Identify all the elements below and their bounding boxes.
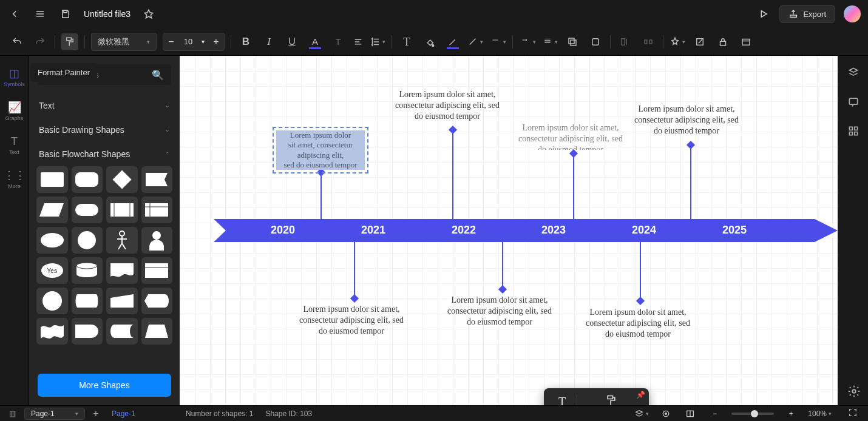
page-tab[interactable]: Page-1 <box>107 409 140 418</box>
zoom-value[interactable]: 100% ▾ <box>808 409 832 418</box>
shape-delay[interactable] <box>72 318 103 345</box>
category-text[interactable]: Text ⌄ <box>29 93 180 118</box>
shape-trapezoid[interactable] <box>141 318 173 345</box>
edit-button[interactable] <box>691 33 708 50</box>
effects-button[interactable]: ▾ <box>670 36 685 47</box>
pages-list-icon[interactable]: ▥ <box>5 406 19 421</box>
shape-rounded-rect[interactable] <box>72 166 103 193</box>
svg-point-51 <box>665 413 667 414</box>
line-color-button[interactable] <box>444 33 461 50</box>
category-basic-drawing[interactable]: Basic Drawing Shapes ⌄ <box>29 118 180 142</box>
shape-tape[interactable] <box>36 318 68 345</box>
lock-button[interactable] <box>714 33 731 50</box>
increase-font-button[interactable]: + <box>208 33 224 50</box>
layers-dropdown[interactable]: ▾ <box>634 409 649 419</box>
style-panel-icon[interactable] <box>846 66 861 80</box>
line-weight-button[interactable]: ▾ <box>542 38 558 46</box>
fill-color-button[interactable] <box>421 33 438 50</box>
bold-button[interactable]: B <box>237 33 254 50</box>
float-format-painter-button[interactable]: Format Painter ⤢ <box>577 392 645 405</box>
shape-display[interactable] <box>141 288 173 314</box>
save-icon[interactable] <box>58 7 73 21</box>
shape-manual-input[interactable] <box>106 288 138 314</box>
shape-stored-data[interactable] <box>106 318 138 345</box>
shape-circle[interactable] <box>72 227 103 254</box>
shape-rectangle[interactable] <box>36 166 68 193</box>
rail-graphs[interactable]: 📈 Graphs <box>2 96 27 126</box>
align-objects-button[interactable] <box>617 33 634 50</box>
comments-panel-icon[interactable] <box>846 95 861 109</box>
more-shapes-button[interactable]: More Shapes <box>38 374 171 397</box>
callout-text[interactable]: Lorem ipsum dolor sit amet, consectetur … <box>393 89 502 123</box>
avatar[interactable] <box>844 5 861 22</box>
italic-button[interactable]: I <box>260 33 277 50</box>
undo-button[interactable] <box>8 33 25 50</box>
shape-internal-storage[interactable] <box>141 197 173 223</box>
float-text-button[interactable]: T Text <box>548 392 577 405</box>
shadow-button[interactable] <box>564 33 581 50</box>
fit-screen-icon[interactable] <box>659 406 673 421</box>
shape-card[interactable] <box>141 257 173 284</box>
connector-style-button[interactable]: ▾ <box>467 36 483 47</box>
zoom-in-button[interactable]: + <box>784 406 798 421</box>
shape-database[interactable] <box>72 257 103 284</box>
shape-connector-circle[interactable] <box>36 288 68 314</box>
shape-flag[interactable] <box>141 166 173 193</box>
shape-parallelogram[interactable] <box>36 197 68 223</box>
menu-icon[interactable] <box>33 7 47 21</box>
shape-terminator[interactable] <box>72 197 103 223</box>
callout-text[interactable]: Lorem ipsum dolor sit amet, consectetur … <box>583 307 693 340</box>
container-button[interactable] <box>737 33 754 50</box>
line-style-button[interactable]: ▾ <box>489 38 506 45</box>
rail-text[interactable]: T Text <box>2 130 27 160</box>
star-icon[interactable] <box>141 7 156 21</box>
rail-more[interactable]: ⋮⋮ More <box>2 164 27 194</box>
decrease-font-button[interactable]: − <box>163 33 179 50</box>
callout-text[interactable]: Lorem ipsum dolor sit amet, consectetur … <box>445 295 554 334</box>
font-size-group: − 10 ▾ + <box>163 33 225 51</box>
redo-button[interactable] <box>32 33 49 50</box>
callout-text[interactable]: Lorem ipsum dolor sit amet, consectetur … <box>297 304 406 337</box>
rounded-button[interactable] <box>587 33 604 50</box>
page-select[interactable]: Page-1 ▾ <box>24 408 85 420</box>
connector-line <box>690 145 691 219</box>
font-size-value[interactable]: 10 <box>179 37 197 46</box>
font-family-select[interactable]: 微软雅黑 ▾ <box>91 33 157 51</box>
zoom-slider[interactable] <box>731 413 774 415</box>
add-page-button[interactable]: + <box>90 408 102 419</box>
font-size-chevron[interactable]: ▾ <box>197 38 208 45</box>
underline-button[interactable]: U <box>283 33 300 50</box>
callout-text[interactable]: Lorem ipsum dolor sit amet, consectetur … <box>632 104 741 143</box>
callout-text[interactable]: Lorem ipsum dolor sit amet, consectetur … <box>516 123 625 150</box>
pin-icon[interactable]: 📌 <box>636 391 645 399</box>
shape-document[interactable] <box>106 257 138 284</box>
font-color-button[interactable]: A <box>307 33 324 50</box>
rail-symbols[interactable]: ◫ Symbols <box>2 62 27 92</box>
zoom-out-button[interactable]: − <box>707 406 722 421</box>
distribute-button[interactable] <box>640 33 657 50</box>
text-tool-button[interactable]: T <box>398 33 415 50</box>
shape-user[interactable] <box>141 227 173 254</box>
fullscreen-icon[interactable] <box>848 408 858 420</box>
settings-icon[interactable] <box>847 385 861 400</box>
page-view-icon[interactable] <box>683 406 697 421</box>
shape-direct-data[interactable] <box>72 288 103 314</box>
arrow-start-button[interactable]: ▾ <box>519 38 536 45</box>
shape-decision-yes[interactable]: Yes <box>36 257 68 284</box>
play-icon[interactable] <box>756 7 771 21</box>
shape-diamond[interactable] <box>106 166 138 193</box>
canvas-area[interactable]: 2020 2021 2022 2023 2024 2025 Lorem ipsu… <box>180 56 838 405</box>
shape-predefined[interactable] <box>106 197 138 223</box>
back-button[interactable] <box>7 7 22 21</box>
grid-panel-icon[interactable] <box>846 124 861 138</box>
export-button[interactable]: Export <box>779 5 835 23</box>
shape-ellipse[interactable] <box>36 227 68 254</box>
selected-text-box[interactable]: Lorem ipsum dolor sit amet, consectetur … <box>273 127 368 173</box>
format-painter-button[interactable] <box>61 33 78 50</box>
align-button[interactable] <box>353 36 364 47</box>
shape-person[interactable] <box>106 227 138 254</box>
connector-line <box>320 172 322 219</box>
category-basic-flowchart[interactable]: Basic Flowchart Shapes ⌃ <box>29 142 180 166</box>
clear-format-button[interactable]: T <box>330 33 347 50</box>
line-spacing-button[interactable]: ▾ <box>370 36 385 47</box>
